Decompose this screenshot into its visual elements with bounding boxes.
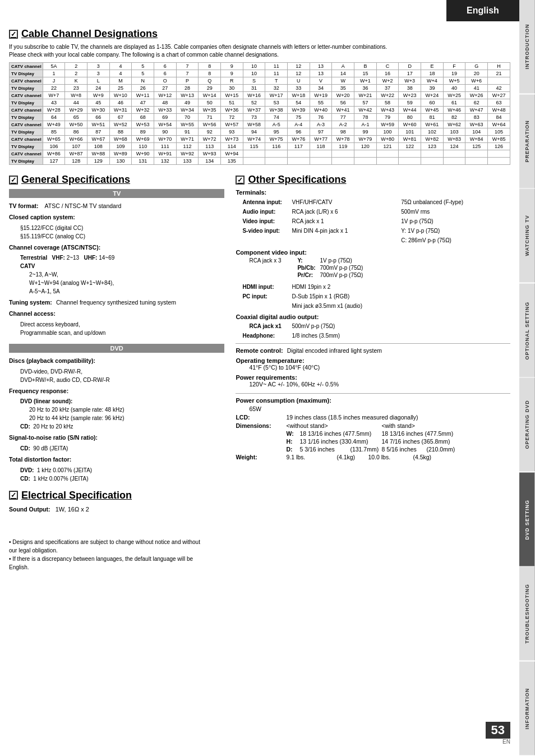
power-req-section: Power requirements: 120V~ AC +/- 10%, 60… bbox=[236, 374, 510, 388]
headphone-row: Headphone: 1/8 inches (3.5mm) bbox=[236, 331, 510, 340]
discs-line2: DVD+RW/+R, audio CD, CD-RW/-R bbox=[9, 376, 224, 384]
other-specs-title: Other Specifications bbox=[236, 174, 510, 186]
power-consumption-section: Power consumption (maximum): 65W LCD: 19… bbox=[236, 397, 510, 460]
cable-checkbox-icon bbox=[9, 30, 18, 39]
terminals-section: Terminals: Antenna input: VHF/UHF/CATV 7… bbox=[236, 189, 510, 245]
table-row: CATV channel W+86W+87W+88W+89W+90W+91W+9… bbox=[10, 150, 510, 158]
table-row: CATV channel W+28W+29W+30W+31W+32W+33W+3… bbox=[10, 107, 510, 114]
discs-row: Discs (playback compatibility): bbox=[9, 356, 224, 366]
table-row: CATV channel W+49W+50W+51W+52W+53W+54W+5… bbox=[10, 121, 510, 128]
table-row: TV Display 10610710810911011111211311411… bbox=[10, 143, 510, 150]
tab-preparation[interactable]: PREPARATION bbox=[519, 95, 535, 188]
catv-line2: W+1~W+94 (analog W+1~W+84), bbox=[9, 279, 224, 287]
divider1 bbox=[236, 343, 510, 344]
other-checkbox-icon bbox=[236, 176, 245, 185]
antenna-row: Antenna input: VHF/UHF/CATV 75Ω unbalanc… bbox=[236, 198, 510, 206]
audio-row: Audio input: RCA jack (L/R) x 6 500mV rm… bbox=[236, 208, 510, 216]
tab-troubleshooting[interactable]: TROUBLESHOOTING bbox=[519, 567, 535, 661]
tv-format-row: TV format: ATSC / NTSC-M TV standard bbox=[9, 201, 224, 211]
distortion-row: Total distortion factor: bbox=[9, 455, 224, 464]
power-65w: 65W bbox=[236, 405, 510, 412]
cable-channel-title: Cable Channel Designations bbox=[9, 28, 510, 40]
table-row: CATV channel 5A2345678910 111213ABCDEFGH bbox=[10, 63, 510, 70]
remote-row: Remote control: Digital encoded infrared… bbox=[236, 347, 510, 354]
tv-section-title: TV bbox=[9, 189, 224, 198]
component-title: Component video input: bbox=[236, 249, 510, 256]
terminals-title: Terminals: bbox=[236, 189, 510, 196]
footer-notes: • Designs and specifications are subject… bbox=[9, 538, 510, 571]
table-row: CATV channel W+65W+66W+67W+68W+69W+70W+7… bbox=[10, 136, 510, 143]
dim-d-row: D: 5 3/16 inches (131.7mm) 8 5/16 inches… bbox=[236, 446, 510, 453]
footer-note2: • If there is a discrepancy between lang… bbox=[9, 555, 510, 571]
power-req-value: 120V~ AC +/- 10%, 60Hz +/- 0.5% bbox=[236, 381, 510, 388]
cd-freq-row: CD: 20 Hz to 20 kHz bbox=[9, 422, 224, 431]
snr-row: Signal-to-noise ratio (S/N ratio): bbox=[9, 433, 224, 442]
closed-caption-line2: §15.119/FCC (analog CC) bbox=[9, 232, 224, 241]
dvd-linear-row: DVD (linear sound): bbox=[9, 397, 224, 405]
operating-temp-label: Operating temperature: bbox=[236, 357, 510, 364]
dim-w-row: W: 18 13/16 inches (477.5mm) 18 13/16 in… bbox=[236, 430, 510, 437]
svideo-c-row: C: 286mV p-p (75Ω) bbox=[236, 236, 510, 245]
sidebar-tabs: INTRODUCTION PREPARATION WATCHING TV OPT… bbox=[519, 0, 535, 756]
table-row: TV Display 127128129130131132133134135 bbox=[10, 158, 510, 165]
page-number: 53 bbox=[486, 722, 510, 739]
tab-optional-setting[interactable]: OPTIONAL SETTING bbox=[519, 284, 535, 377]
component-prcr-row: Pr/Cr: 700mV p-p (75Ω) bbox=[236, 272, 510, 278]
coaxial-row: RCA jack x1 500mV p-p (75Ω) bbox=[236, 322, 510, 330]
component-row: RCA jack x 3 Y: 1V p-p (75Ω) bbox=[236, 257, 510, 264]
channel-access-line1: Direct access keyboard, bbox=[9, 320, 224, 329]
catv-line1: 2~13, A~W, bbox=[9, 270, 224, 279]
component-pbcb-row: Pb/Cb: 700mV p-p (75Ω) bbox=[236, 265, 510, 271]
weight-row: Weight: 9.1 lbs. (4.1kg) 10.0 lbs. (4.5k… bbox=[236, 454, 510, 460]
snr-cd-row: CD: 90 dB (JEITA) bbox=[9, 444, 224, 453]
general-specs-title: General Specifications bbox=[9, 174, 224, 186]
cable-channel-section: Cable Channel Designations If you subscr… bbox=[9, 28, 510, 165]
catv-line3: A-5~A-1, 5A bbox=[9, 287, 224, 296]
coaxial-title: Coaxial digital audio output: bbox=[236, 314, 510, 320]
dvd-section-title: DVD bbox=[9, 344, 224, 353]
footer-note1: • Designs and specifications are subject… bbox=[9, 538, 510, 555]
hdmi-row: HDMI input: HDMI 19pin x 2 bbox=[236, 283, 510, 291]
table-row: TV Display 85868788899091929394 95969798… bbox=[10, 128, 510, 136]
tab-operating-dvd[interactable]: OPERATING DVD bbox=[519, 378, 535, 472]
table-row: TV Display 12345678910 11121314151617181… bbox=[10, 70, 510, 77]
table-row: CATV channel JKLMNOPQRS TUVWW+1W+2W+3W+4… bbox=[10, 77, 510, 85]
terrestrial-row: Terrestrial VHF: 2~13 UHF: 14~69 bbox=[9, 253, 224, 262]
video-row: Video input: RCA jack x 1 1V p-p (75Ω) bbox=[236, 217, 510, 225]
table-row: TV Display 64656667686970717273 74757677… bbox=[10, 114, 510, 121]
dvd-linear-line2: 20 Hz to 44 kHz (sample rate: 96 kHz) bbox=[9, 414, 224, 422]
general-checkbox-icon bbox=[9, 176, 18, 185]
page-en: EN bbox=[486, 739, 510, 745]
dist-cd-row: CD: 1 kHz 0.007% (JEITA) bbox=[9, 474, 224, 483]
operating-temp-value: 41°F (5°C) to 104°F (40°C) bbox=[236, 364, 510, 371]
other-specs-section: Other Specifications Terminals: Antenna … bbox=[236, 174, 510, 521]
electrical-section: Electrical Specification Sound Output: 1… bbox=[9, 490, 224, 514]
pc-row: PC input: D-Sub 15pin x 1 (RGB) bbox=[236, 292, 510, 301]
tab-watching-tv[interactable]: WATCHING TV bbox=[519, 189, 535, 283]
svideo-row: S-video input: Mini DIN 4-pin jack x 1 Y… bbox=[236, 227, 510, 235]
tab-information[interactable]: INFORMATION bbox=[519, 662, 535, 755]
sound-output-row: Sound Output: 1W, 16Ω x 2 bbox=[9, 505, 224, 514]
closed-caption-line1: §15.122/FCC (digital CC) bbox=[9, 224, 224, 232]
catv-table: CATV channel 5A2345678910 111213ABCDEFGH… bbox=[9, 62, 510, 165]
catv-row: CATV bbox=[9, 262, 224, 270]
table-row: TV Display 43444546474849505152 53545556… bbox=[10, 99, 510, 107]
dist-dvd-row: DVD: 1 kHz 0.007% (JEITA) bbox=[9, 466, 224, 474]
discs-line1: DVD-video, DVD-RW/-R, bbox=[9, 367, 224, 376]
channel-access-row: Channel access: bbox=[9, 309, 224, 319]
tab-introduction[interactable]: INTRODUCTION bbox=[519, 0, 535, 94]
specs-left: General Specifications TV TV format: ATS… bbox=[9, 174, 224, 521]
channel-access-line2: Programmable scan, and up/down bbox=[9, 329, 224, 337]
lcd-row: LCD: 19 inches class (18.5 inches measur… bbox=[236, 414, 510, 421]
power-req-label: Power requirements: bbox=[236, 374, 510, 381]
main-content: Cable Channel Designations If you subscr… bbox=[0, 0, 519, 577]
dvd-linear-line1: 20 Hz to 20 kHz (sample rate: 48 kHz) bbox=[9, 405, 224, 414]
operating-temp-section: Operating temperature: 41°F (5°C) to 104… bbox=[236, 357, 510, 371]
freq-row: Frequency response: bbox=[9, 386, 224, 396]
tab-dvd-setting[interactable]: DVD SETTING bbox=[519, 473, 535, 566]
closed-caption-row: Closed caption system: bbox=[9, 213, 224, 222]
dvd-section: DVD Discs (playback compatibility): DVD-… bbox=[9, 344, 224, 483]
divider2 bbox=[236, 393, 510, 394]
electrical-title: Electrical Specification bbox=[9, 490, 224, 501]
hdmi-pc-section: HDMI input: HDMI 19pin x 2 PC input: D-S… bbox=[236, 283, 510, 340]
